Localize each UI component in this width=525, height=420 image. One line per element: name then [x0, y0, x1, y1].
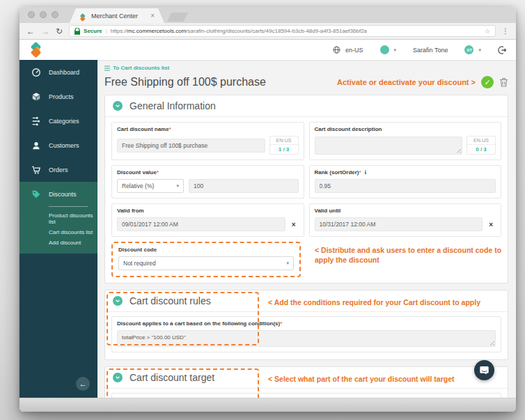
cart-discount-name-input[interactable] — [117, 139, 265, 153]
required-asterisk: * — [157, 169, 159, 176]
sidebar-collapse-button[interactable]: ← — [76, 377, 90, 391]
sidebar-item-dashboard[interactable]: Dashboard — [19, 60, 97, 84]
field-label: Discount code — [118, 247, 294, 253]
favicon — [79, 14, 84, 18]
user-avatar[interactable]: ST — [464, 45, 473, 54]
chevron-down-icon: ▾ — [281, 260, 289, 266]
discount-value-type-select[interactable]: Relative (%) ▾ — [117, 179, 184, 193]
sidebar-item-customers[interactable]: Customers — [19, 133, 97, 157]
page-title: Free Shipping off 100$ purchase — [104, 76, 266, 88]
rank-input[interactable] — [315, 179, 496, 193]
valid-until-fieldbox: Valid until × — [309, 203, 502, 237]
sidebar-item-cart-discounts-list[interactable]: Cart discounts list — [19, 227, 97, 238]
bookmark-star-icon[interactable]: ☆ — [485, 28, 490, 35]
logout-icon[interactable] — [498, 46, 506, 54]
commercetools-logo[interactable] — [29, 42, 43, 58]
chevron-down-icon[interactable]: ▾ — [478, 47, 481, 53]
new-tab-button[interactable] — [167, 13, 188, 22]
sidebar-item-categories[interactable]: Categories — [19, 109, 97, 133]
field-label: Cart discount target* — [117, 397, 496, 398]
activate-annotation: Activate or deactivate your discount > — [337, 78, 476, 86]
selected-option: Not required — [123, 260, 156, 267]
close-window-button[interactable] — [28, 11, 35, 18]
general-information-header[interactable]: General Information — [105, 95, 508, 117]
clear-date-icon[interactable]: × — [292, 221, 296, 228]
sidebar-item-label: Dashboard — [49, 69, 79, 76]
chat-launcher-button[interactable] — [474, 360, 494, 380]
address-bar[interactable]: Secure | https://mc.commercetools.com/sa… — [69, 25, 496, 37]
trash-icon — [499, 77, 508, 87]
field-label: Cart discount name* — [117, 126, 299, 132]
discount-code-row: Discount code Not required ▾ < Distribut… — [111, 242, 501, 277]
reload-icon[interactable]: ↻ — [56, 27, 63, 36]
page-title-row: Free Shipping off 100$ purchase Activate… — [104, 76, 508, 88]
info-icon[interactable]: i — [365, 169, 366, 176]
collapse-section-icon[interactable] — [113, 101, 123, 111]
language-label: EN-US — [467, 137, 495, 145]
cart-discount-description-textarea[interactable] — [315, 137, 463, 155]
cart-discount-description-fieldbox: Cart discount description EN-US 0 / 3 — [309, 122, 502, 160]
sidebar-item-label: Products — [49, 93, 74, 100]
project-avatar[interactable] — [380, 45, 389, 54]
zoom-window-button[interactable] — [52, 11, 58, 18]
breadcrumb[interactable]: To Cart discounts list — [104, 65, 508, 71]
minimize-window-button[interactable] — [40, 11, 47, 18]
sidebar-item-add-discount[interactable]: Add discount — [19, 238, 97, 248]
sidebar-item-product-discounts-list[interactable]: Product discounts list — [19, 210, 97, 227]
window-footer — [19, 398, 516, 412]
forward-icon[interactable]: → — [41, 27, 49, 36]
sidebar-item-products[interactable]: Products — [19, 84, 97, 109]
field-label: Rank (sortOrder)*i — [315, 169, 496, 176]
app-header: en-US ▾ Sarafin Tone ST ▾ — [19, 40, 516, 60]
required-asterisk: * — [169, 126, 171, 132]
browser-tab[interactable]: Merchant Center × — [70, 8, 164, 23]
sidebar-item-orders[interactable]: Orders — [19, 157, 97, 182]
close-tab-icon[interactable]: × — [150, 13, 155, 20]
browser-window: Merchant Center × ← → ↻ Secure | https:/… — [19, 7, 516, 412]
tab-title: Merchant Center — [91, 13, 146, 20]
url-path: /sarafin-clothing/discounts/carts/49c185… — [186, 28, 367, 34]
chevron-down-icon[interactable]: ▾ — [394, 47, 397, 53]
collapse-section-icon[interactable] — [113, 373, 123, 382]
condition-value: totalPrice > "100.00 USD" — [122, 334, 186, 341]
url-text: https://mc.commercetools.com/sarafin-clo… — [111, 28, 367, 34]
breadcrumb-label: To Cart discounts list — [113, 65, 169, 71]
language-badge: EN-US 0 / 3 — [467, 136, 496, 155]
discount-code-select[interactable]: Not required ▾ — [118, 256, 294, 270]
locale-counter[interactable]: 1 / 3 — [270, 145, 298, 154]
condition-fieldbox: Discount applies to a cart based on the … — [111, 316, 501, 352]
lock-icon — [75, 28, 80, 35]
section-title: Cart discount rules — [130, 295, 211, 306]
field-label: Cart discount description — [315, 126, 496, 132]
sidebar-section-discounts: Discounts Product discounts list Cart di… — [19, 182, 97, 254]
delete-discount-button[interactable] — [499, 77, 508, 87]
cart-discount-target-section: Cart discount target < Select what part … — [104, 366, 508, 398]
window-controls — [28, 7, 58, 23]
required-asterisk: * — [359, 169, 361, 176]
back-icon[interactable]: ← — [26, 27, 35, 36]
resize-handle-icon[interactable] — [456, 148, 461, 153]
globe-icon — [333, 46, 340, 54]
sidebar-item-discounts[interactable]: Discounts — [19, 182, 97, 206]
target-fieldbox: Cart discount target* Targets the Cart's… — [111, 393, 501, 398]
main-content: To Cart discounts list Free Shipping off… — [97, 60, 516, 398]
collapse-section-icon[interactable] — [113, 296, 123, 306]
field-label: Valid until — [315, 208, 496, 214]
dashboard-icon — [31, 68, 41, 77]
field-label: Valid from — [117, 208, 299, 214]
orders-icon — [31, 165, 41, 175]
valid-from-fieldbox: Valid from × — [111, 203, 304, 237]
resize-handle-icon[interactable] — [489, 341, 494, 345]
section-title: General Information — [130, 100, 216, 111]
browser-menu-icon[interactable]: ⋮ — [502, 27, 509, 35]
clear-date-icon[interactable]: × — [489, 221, 493, 228]
screenshot-stage: Merchant Center × ← → ↻ Secure | https:/… — [0, 0, 525, 420]
locale-counter[interactable]: 0 / 3 — [467, 145, 495, 154]
condition-textarea[interactable]: totalPrice > "100.00 USD" — [117, 330, 496, 347]
discount-amount-input[interactable] — [189, 179, 299, 193]
sidebar: Dashboard Products Categories Customers … — [19, 60, 97, 398]
activate-toggle-button[interactable]: ✓ — [481, 76, 494, 88]
valid-from-input[interactable] — [117, 217, 285, 231]
valid-until-input[interactable] — [315, 217, 483, 231]
discount-code-fieldbox: Discount code Not required ▾ — [111, 242, 301, 277]
